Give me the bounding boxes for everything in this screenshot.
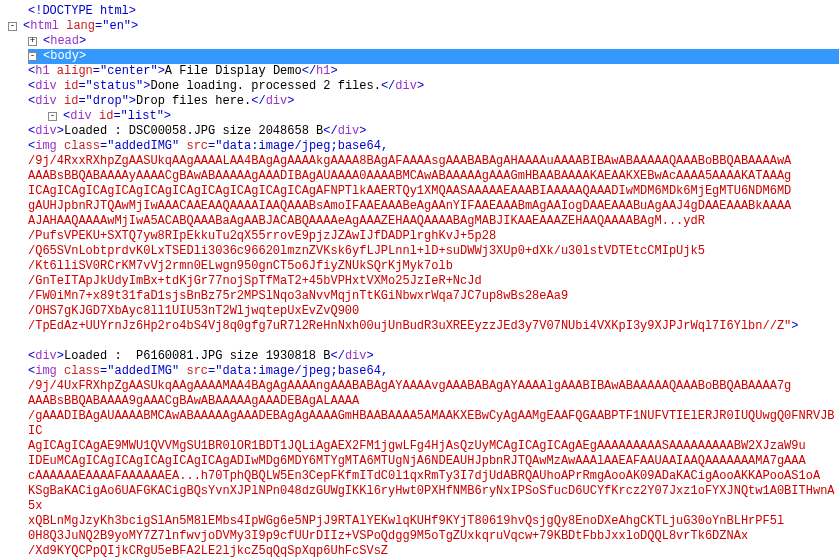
source-tree: <!DOCTYPE html> -<html lang="en"> +<head…: [0, 0, 839, 560]
loaded-row-2[interactable]: <div>Loaded : P6160081.JPG size 1930818 …: [8, 349, 839, 364]
drop-row[interactable]: <div id="drop">Drop files here.</div>: [8, 94, 839, 109]
img2-src-line: 0H8Q3JuNQ2B9yoMY7Z7lnfwvjoDVMy3I9p9cfUUr…: [8, 529, 839, 544]
img1-src-line: /Q65SVnLobtprdvK0LxTSEDli3036c96620lmznZ…: [8, 244, 839, 259]
img1-src-end: /TpEdAz+UUYrnJz6Hp2ro4bS4Vj8q0gfg7uR7l2R…: [8, 319, 839, 334]
img1-src-line: /Kt6lliSV0RCrKM7vVj2rmn0ELwgn950gnCT5o6J…: [8, 259, 839, 274]
img2-src-line: cAAAAAAEAAAAFAAAAAAEA...h70TphQBQLW5En3C…: [8, 469, 839, 484]
img2-src-line: /9j/4UxFRXhpZgAASUkqAAgAAAAMAA4BAgAgAAAA…: [8, 379, 839, 394]
loaded-row-1[interactable]: <div>Loaded : DSC00058.JPG size 2048658 …: [8, 124, 839, 139]
body-row[interactable]: -<body>: [8, 49, 839, 64]
status-row[interactable]: <div id="status">Done loading. processed…: [8, 79, 839, 94]
img1-src-line: /OHS7gKJGD7XbAyc8ll1UIU53nT2WljwqtepUxEv…: [8, 304, 839, 319]
list-row[interactable]: -<div id="list">: [8, 109, 839, 124]
collapse-icon[interactable]: -: [48, 112, 57, 121]
img-row-1[interactable]: <img class="addedIMG" src="data:image/jp…: [8, 139, 839, 154]
img2-src-line: /Xd9KYQCPpQIjkCRgU5eBFA2LE2ljkcZ5qQqSpXq…: [8, 544, 839, 559]
img2-src-line: AAABsBBQABAAAA9gAAACgBAwABAAAAAgAAADEBAg…: [8, 394, 839, 409]
collapse-icon[interactable]: -: [8, 22, 17, 31]
img1-src-line: gAUHJpbnRJTQAwMjIwAAACAAEAAQAAAAIAAQAAAB…: [8, 199, 839, 214]
img1-src-line: AAABsBBQABAAAAyAAAACgBAwABAAAAAgAAADIBAg…: [8, 169, 839, 184]
html-open-row[interactable]: -<html lang="en">: [8, 19, 839, 34]
doctype-line: <!DOCTYPE html>: [8, 4, 839, 19]
img1-src-line: /FW0iMn7+x89t31faD1sjsBnBz75r2MPSlNqo3aN…: [8, 289, 839, 304]
doctype-text: <!DOCTYPE html>: [28, 4, 136, 18]
head-row[interactable]: +<head>: [8, 34, 839, 49]
img1-src-line: ICAgICAgICAgICAgICAgICAgICAgICAgICAgICAg…: [8, 184, 839, 199]
img1-src-line: /PufsVPEKU+SXTQ7yw8RIpEkkuTu2qX55rrovE9p…: [8, 229, 839, 244]
expand-icon[interactable]: +: [28, 37, 37, 46]
img2-src-line: AgICAgICAgAE9MWU1QVVMgSU1BR0lOR1BDT1JQLi…: [8, 439, 839, 454]
img1-src-line: /GnTeITApJkUdyImBx+tdKjGr77nojSpTfMaT2+4…: [8, 274, 839, 289]
img2-src-line: IDEuMCAgICAgICAgICAgICAgICAgADIwMDg6MDY6…: [8, 454, 839, 469]
img2-src-line: xQBLnMgJzyKh3bcigSlAn5M8lEMbs4IpWGg6e5NP…: [8, 514, 839, 529]
blank-line: [8, 334, 839, 349]
img2-src-line: KSgBaKACigAo6UAFGKACigBQsYvnXJPlNPn048dz…: [8, 484, 839, 514]
h1-row[interactable]: <h1 align="center">A File Display Demo</…: [8, 64, 839, 79]
img1-src-line: /9j/4RxxRXhpZgAASUkqAAgAAAALAA4BAgAgAAAA…: [8, 154, 839, 169]
img2-src-line: /gAAADIBAgAUAAAABMCAwABAAAAAgAAADEBAgAgA…: [8, 409, 839, 439]
img1-src-line: AJAHAAQAAAAwMjIwA5ACABQAAABaAgAABJACABQA…: [8, 214, 839, 229]
img-row-2[interactable]: <img class="addedIMG" src="data:image/jp…: [8, 364, 839, 379]
collapse-icon[interactable]: -: [28, 52, 37, 61]
